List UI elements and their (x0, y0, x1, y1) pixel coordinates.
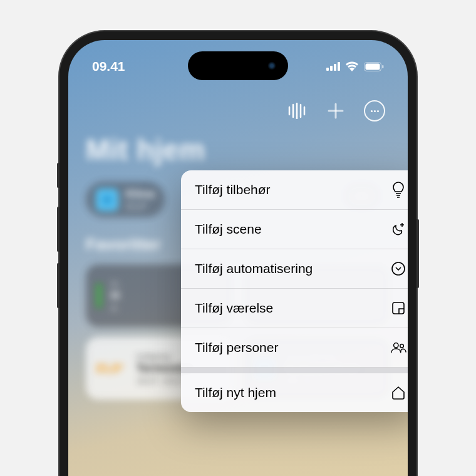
door-icon (96, 283, 102, 308)
clock-icon (390, 261, 406, 277)
svg-point-22 (394, 343, 398, 348)
phone-volume-down (57, 263, 59, 308)
menu-item-label: Tilføj scene (195, 222, 262, 237)
svg-rect-6 (382, 65, 384, 68)
room-icon (390, 300, 406, 316)
svg-point-23 (400, 344, 404, 348)
menu-add-scene[interactable]: Tilføj scene (181, 210, 408, 249)
menu-item-label: Tilføj automatisering (195, 261, 313, 276)
phone-side-button (57, 163, 59, 188)
svg-rect-2 (334, 64, 336, 71)
broadcast-icon (287, 103, 306, 119)
climate-pill[interactable]: Klima 21,0° (86, 182, 165, 217)
climate-label: Klima (126, 188, 155, 200)
broadcast-button[interactable] (286, 100, 308, 122)
ellipsis-circle-icon (364, 100, 385, 122)
page-title: Mit hjem (86, 133, 390, 167)
menu-add-room[interactable]: Tilføj værelse (181, 289, 408, 328)
wifi-icon (345, 61, 359, 71)
phone-volume-up (57, 207, 59, 252)
phone-frame: 09.41 (59, 31, 416, 476)
menu-divider (181, 368, 408, 373)
people-icon (390, 339, 406, 356)
cellular-icon (326, 62, 340, 71)
screen: 09.41 (68, 40, 408, 476)
thermostat-temp: 21,0° (96, 361, 124, 375)
svg-rect-3 (338, 62, 340, 71)
svg-rect-21 (393, 303, 404, 314)
more-button[interactable] (364, 100, 385, 122)
battery-icon (364, 62, 384, 71)
door-label: In (111, 278, 120, 289)
menu-item-label: Tilføj tilbehør (195, 182, 271, 197)
svg-rect-5 (366, 63, 380, 70)
menu-add-people[interactable]: Tilføj personer (181, 328, 408, 368)
home-icon (390, 385, 406, 401)
front-camera (267, 61, 277, 71)
svg-rect-0 (326, 68, 329, 71)
menu-item-label: Tilføj værelse (195, 301, 273, 316)
fan-icon (96, 189, 118, 211)
moon-icon (390, 221, 406, 237)
status-icons (326, 61, 384, 71)
menu-item-label: Tilføj nyt hjem (195, 385, 276, 400)
dynamic-island (188, 51, 288, 80)
add-button[interactable] (325, 100, 346, 122)
status-time: 09.41 (92, 59, 125, 74)
plus-icon (328, 103, 344, 119)
bulb-icon (390, 182, 406, 198)
toolbar (86, 96, 390, 122)
add-menu-popup: Tilføj tilbehør Tilføj scene (181, 170, 408, 412)
door-sub: A (111, 303, 120, 313)
menu-item-label: Tilføj personer (195, 340, 278, 355)
climate-value: 21,0° (126, 200, 155, 211)
phone-power-button (416, 219, 419, 288)
menu-add-home[interactable]: Tilføj nyt hjem (181, 373, 408, 412)
menu-add-accessory[interactable]: Tilføj tilbehør (181, 170, 408, 210)
door-title: H (111, 289, 120, 303)
svg-point-14 (106, 198, 109, 201)
svg-rect-1 (330, 66, 333, 71)
menu-add-automation[interactable]: Tilføj automatisering (181, 249, 408, 289)
svg-point-20 (392, 262, 405, 275)
